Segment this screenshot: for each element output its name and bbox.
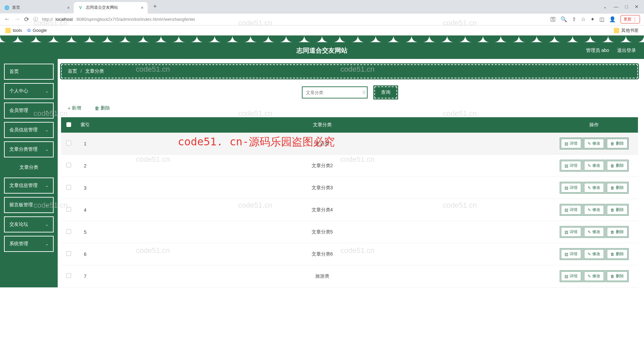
extensions-icon[interactable]: ✦ bbox=[590, 16, 595, 22]
profile-icon[interactable]: 👤 bbox=[609, 16, 616, 22]
sidebar-item-system[interactable]: 系统管理 ⌄ bbox=[4, 236, 54, 252]
delete-row-button[interactable]: 🗑删除 bbox=[607, 271, 628, 281]
browser-tab-active[interactable]: V 志同道合交友网站 × bbox=[74, 2, 148, 13]
delete-row-button[interactable]: 🗑删除 bbox=[607, 139, 628, 148]
folder-icon bbox=[614, 28, 619, 33]
minimize-icon[interactable]: — bbox=[614, 4, 619, 9]
sidebar-item-article-info[interactable]: 文章信息管理 ⌄ bbox=[4, 178, 54, 194]
bookmarks-bar: tools G Google 其他书签 bbox=[0, 25, 644, 36]
delete-row-button[interactable]: 🗑删除 bbox=[607, 205, 628, 215]
row-index: 7 bbox=[76, 265, 94, 287]
detail-button[interactable]: ▤详情 bbox=[561, 249, 581, 259]
address-bar[interactable]: http://localhost:8080/springboot2x7r5/ad… bbox=[42, 17, 546, 22]
edit-button[interactable]: ✎修改 bbox=[584, 205, 604, 215]
delete-row-button[interactable]: 🗑删除 bbox=[607, 227, 628, 237]
row-checkbox[interactable] bbox=[66, 273, 71, 278]
delete-row-button[interactable]: 🗑删除 bbox=[607, 249, 628, 259]
logout-link[interactable]: 退出登录 bbox=[617, 48, 636, 54]
window-controls: ⌄ — □ ✕ bbox=[603, 4, 644, 9]
add-button[interactable]: + 新增 bbox=[68, 105, 81, 111]
url-host: localhost bbox=[56, 17, 73, 22]
tab-title: 志同道合交友网站 bbox=[86, 5, 118, 10]
row-category: 文章分类3 bbox=[94, 177, 550, 199]
sidebar-subitem-article-category[interactable]: 文章分类 bbox=[4, 161, 54, 174]
trash-icon: 🗑 bbox=[95, 106, 99, 111]
zoom-icon[interactable]: 🔍 bbox=[560, 16, 567, 22]
caret-down-icon[interactable]: ⌄ bbox=[603, 4, 607, 9]
update-button[interactable]: 更新⋮ bbox=[621, 15, 640, 23]
detail-button[interactable]: ▤详情 bbox=[561, 227, 581, 237]
sidebar-item-home[interactable]: 首页 bbox=[4, 64, 54, 80]
sidebar-item-forum[interactable]: 交友论坛 ⌄ bbox=[4, 216, 54, 232]
select-all-checkbox[interactable] bbox=[66, 122, 71, 127]
edit-icon: ✎ bbox=[588, 141, 591, 146]
side-panel-icon[interactable]: ◫ bbox=[599, 16, 604, 22]
chevron-down-icon: ⌄ bbox=[45, 147, 48, 152]
other-bookmarks[interactable]: 其他书签 bbox=[614, 27, 639, 33]
sidebar-item-article-category[interactable]: 文章分类管理 ⌄ bbox=[4, 141, 54, 157]
delete-row-button[interactable]: 🗑删除 bbox=[607, 183, 628, 193]
reload-button[interactable]: ⟳ bbox=[24, 16, 29, 23]
list-icon: ▤ bbox=[565, 274, 568, 279]
user-label[interactable]: 管理员 abo bbox=[586, 48, 609, 54]
chevron-down-icon: ⌄ bbox=[45, 109, 48, 113]
delete-row-button[interactable]: 🗑删除 bbox=[607, 161, 628, 170]
detail-button[interactable]: ▤详情 bbox=[561, 139, 581, 148]
key-icon[interactable]: ⚿ bbox=[550, 16, 556, 22]
row-checkbox[interactable] bbox=[66, 141, 71, 145]
close-icon[interactable]: × bbox=[67, 5, 70, 10]
content-area: 首页 / 文章分类 ⚲ 查询 + 新增 🗑 删除 bbox=[58, 59, 644, 287]
trash-icon: 🗑 bbox=[610, 274, 614, 279]
bookmark-tools[interactable]: tools bbox=[5, 28, 22, 33]
row-index: 2 bbox=[76, 155, 94, 177]
detail-button[interactable]: ▤详情 bbox=[561, 161, 581, 170]
new-tab-button[interactable]: + bbox=[150, 2, 160, 11]
table-row: 5 文章分类5 ▤详情 ✎修改 🗑删除 bbox=[61, 221, 638, 243]
row-checkbox[interactable] bbox=[66, 207, 71, 212]
edit-button[interactable]: ✎修改 bbox=[584, 139, 604, 148]
detail-button[interactable]: ▤详情 bbox=[561, 205, 581, 215]
trash-icon: 🗑 bbox=[610, 208, 614, 212]
detail-button[interactable]: ▤详情 bbox=[561, 271, 581, 281]
row-checkbox[interactable] bbox=[66, 185, 71, 190]
query-button[interactable]: 查询 bbox=[374, 86, 397, 98]
row-checkbox[interactable] bbox=[66, 163, 71, 167]
table-header-category: 文章分类 bbox=[94, 117, 550, 133]
detail-button[interactable]: ▤详情 bbox=[561, 183, 581, 193]
table-row: 3 文章分类3 ▤详情 ✎修改 🗑删除 bbox=[61, 177, 638, 199]
row-index: 5 bbox=[76, 221, 94, 243]
edit-button[interactable]: ✎修改 bbox=[584, 271, 604, 281]
browser-tab-inactive[interactable]: 🌐 首页 × bbox=[0, 2, 74, 13]
back-button[interactable]: ← bbox=[4, 16, 10, 23]
edit-button[interactable]: ✎修改 bbox=[584, 161, 604, 170]
table-row: 7 旅游类 ▤详情 ✎修改 🗑删除 bbox=[61, 265, 638, 287]
trash-icon: 🗑 bbox=[610, 252, 614, 257]
close-icon[interactable]: × bbox=[141, 5, 144, 10]
sidebar-item-message-board[interactable]: 留言板管理 ⌄ bbox=[4, 197, 54, 213]
row-checkbox[interactable] bbox=[66, 251, 71, 256]
maximize-icon[interactable]: □ bbox=[625, 4, 628, 9]
list-icon: ▤ bbox=[565, 252, 568, 257]
close-window-icon[interactable]: ✕ bbox=[635, 4, 639, 9]
edit-button[interactable]: ✎修改 bbox=[584, 227, 604, 237]
sidebar-item-profile[interactable]: 个人中心 ⌄ bbox=[4, 83, 54, 99]
search-icon[interactable]: ⚲ bbox=[362, 90, 366, 95]
delete-button[interactable]: 🗑 删除 bbox=[95, 105, 110, 111]
breadcrumb-home[interactable]: 首页 bbox=[68, 68, 77, 74]
search-input[interactable] bbox=[306, 90, 362, 95]
bookmark-google[interactable]: G Google bbox=[27, 28, 47, 33]
forward-button[interactable]: → bbox=[14, 16, 20, 23]
edit-icon: ✎ bbox=[588, 274, 591, 279]
row-category: 文章分类4 bbox=[94, 199, 550, 221]
share-icon[interactable]: ⇪ bbox=[572, 16, 576, 22]
scallop-decoration bbox=[0, 36, 644, 42]
site-info-icon[interactable]: ⓘ bbox=[33, 16, 38, 22]
edit-button[interactable]: ✎修改 bbox=[584, 249, 604, 259]
row-checkbox[interactable] bbox=[66, 229, 71, 234]
star-icon[interactable]: ☆ bbox=[581, 16, 586, 22]
sidebar-item-member-mgmt[interactable]: 会员管理 ⌄ bbox=[4, 102, 54, 119]
edit-button[interactable]: ✎修改 bbox=[584, 183, 604, 193]
trash-icon: 🗑 bbox=[610, 141, 614, 146]
plus-icon: + bbox=[68, 106, 70, 111]
sidebar-item-member-info[interactable]: 会员信息管理 ⌄ bbox=[4, 122, 54, 138]
